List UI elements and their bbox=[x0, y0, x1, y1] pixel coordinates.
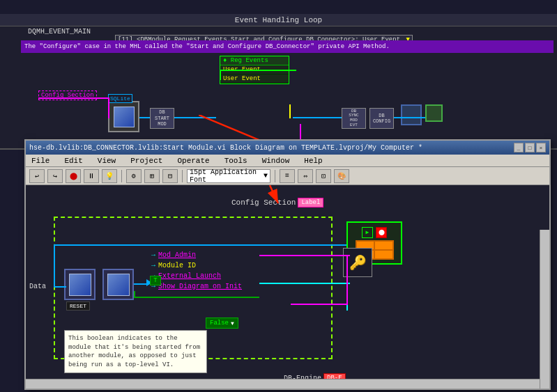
second-cube-block bbox=[102, 269, 134, 300]
false-dropdown-icon[interactable]: ▼ bbox=[231, 320, 234, 327]
sqlite-cube-icon bbox=[114, 107, 135, 127]
step-out-button[interactable]: ⊟ bbox=[162, 169, 178, 183]
bd-wire-pink1 bbox=[259, 255, 350, 256]
db-start-block: DB START MOD bbox=[150, 108, 174, 129]
false-indicator: False ▼ bbox=[206, 317, 238, 329]
wire-green-h1 bbox=[220, 70, 296, 71]
wire-h2 bbox=[174, 117, 216, 118]
left-cube-block bbox=[64, 269, 96, 300]
mod-admin-label: Mod Admin bbox=[158, 251, 196, 259]
menu-view[interactable]: View bbox=[96, 156, 118, 166]
bd-wire-h3 bbox=[54, 286, 66, 288]
module-id-arrow-icon: → bbox=[151, 262, 155, 269]
color-button[interactable]: 🎨 bbox=[334, 169, 349, 183]
maximize-button[interactable]: □ bbox=[525, 143, 535, 152]
mod-admin-row: → Mod Admin bbox=[151, 251, 259, 259]
dqmh-label: DQMH_EVENT_MAIN bbox=[28, 28, 91, 36]
undo-button[interactable]: ↩ bbox=[29, 169, 45, 183]
top-right-block2 bbox=[425, 104, 443, 122]
bd-wire-h2 bbox=[312, 244, 346, 246]
config-section-container: Config Section Label bbox=[231, 198, 323, 207]
external-launch-row: → External Launch bbox=[151, 272, 259, 280]
menu-file[interactable]: File bbox=[29, 156, 52, 166]
left-cube-icon bbox=[69, 274, 91, 296]
db-config-block: DB CONFIG bbox=[369, 108, 394, 129]
toolbar-sep3 bbox=[275, 170, 275, 182]
sqlite-label: SQLite bbox=[108, 94, 132, 103]
top-diagram-area: Event Handling Loop DQMH_EVENT_MAIN [11]… bbox=[0, 14, 557, 150]
menu-edit[interactable]: Edit bbox=[62, 156, 84, 166]
toolbar-sep2 bbox=[182, 170, 183, 182]
main-window: hse-db.lvlib:DB_CONNECTOR.lvlib:Start Mo… bbox=[24, 139, 551, 390]
data-label: Data bbox=[29, 283, 46, 290]
wire-h1 bbox=[139, 117, 150, 118]
reset-label: RESET bbox=[66, 301, 90, 311]
wire-h4 bbox=[394, 117, 425, 118]
close-button[interactable]: × bbox=[536, 143, 546, 152]
pause-button[interactable]: ⏸ bbox=[84, 169, 99, 183]
config-section-badge: Label bbox=[298, 198, 323, 207]
module-id-label: Module ID bbox=[158, 262, 196, 269]
wire-h3 bbox=[293, 117, 342, 118]
top-right-block1 bbox=[401, 104, 422, 125]
redo-button[interactable]: ↪ bbox=[47, 169, 63, 183]
true-indicator: T bbox=[150, 276, 161, 285]
menu-help[interactable]: Help bbox=[302, 156, 324, 166]
wire-green-v1 bbox=[220, 70, 221, 80]
toolbar: ↩ ↪ ⬤ ⏸ 💡 ⚙ ⊞ ⊟ 15pt Application Font ▼ … bbox=[26, 167, 549, 185]
event-loop-banner: Event Handling Loop bbox=[0, 14, 557, 26]
resize-button[interactable]: ⊡ bbox=[316, 169, 331, 183]
menu-window[interactable]: Window bbox=[260, 156, 292, 166]
bd-wire-h1 bbox=[54, 244, 312, 246]
menu-project[interactable]: Project bbox=[128, 156, 165, 166]
grid-cell-4 bbox=[374, 250, 393, 259]
show-diagram-label: Show Diagram on Init bbox=[158, 283, 242, 290]
sqlite-block bbox=[108, 101, 139, 132]
bd-wire-pink-v1 bbox=[346, 255, 348, 304]
reg-events-row2: User Event bbox=[220, 75, 289, 84]
menubar: File Edit View Project Operate Tools Win… bbox=[26, 155, 549, 167]
menu-tools[interactable]: Tools bbox=[222, 156, 250, 166]
bd-wire-green1 bbox=[134, 297, 259, 298]
panel-items: → Mod Admin → Module ID → External Launc… bbox=[151, 251, 259, 293]
block-diagram-area: Config Section Label ▶ ⬤ bbox=[26, 185, 549, 389]
bd-wire-cyan1 bbox=[259, 283, 350, 284]
minimize-button[interactable]: _ bbox=[514, 143, 524, 152]
play-button[interactable]: ▶ bbox=[362, 227, 373, 238]
distribute-button[interactable]: ⇔ bbox=[298, 169, 313, 183]
wire-pink-v1 bbox=[108, 97, 109, 118]
highlight-button[interactable]: 💡 bbox=[102, 169, 117, 183]
scrollbar-vertical[interactable] bbox=[540, 230, 549, 389]
stop-button[interactable]: ⬤ bbox=[66, 169, 81, 183]
show-diagram-row: → Show Diagram on Init bbox=[151, 283, 259, 290]
module-id-row: → Module ID bbox=[151, 262, 259, 269]
db-sync-block: DBSYNCMODEVT bbox=[342, 108, 366, 129]
grid-cell-2 bbox=[374, 241, 393, 250]
second-cube-icon bbox=[107, 274, 130, 296]
purple-header-bar: The "Configure" case in the MHL called t… bbox=[21, 40, 554, 53]
play-controls: ▶ ⬤ bbox=[362, 227, 387, 238]
step-over-button[interactable]: ⊞ bbox=[144, 169, 160, 183]
scrollbar-horizontal[interactable] bbox=[26, 379, 540, 389]
menu-operate[interactable]: Operate bbox=[175, 156, 211, 166]
font-selector[interactable]: 15pt Application Font ▼ bbox=[187, 169, 270, 183]
window-titlebar: hse-db.lvlib:DB_CONNECTOR.lvlib:Start Mo… bbox=[26, 141, 549, 155]
config-section-text: Config Section bbox=[231, 198, 296, 207]
align-button[interactable]: ≡ bbox=[280, 169, 295, 183]
titlebar-controls: _ □ × bbox=[514, 143, 546, 152]
step-into-button[interactable]: ⚙ bbox=[126, 169, 142, 183]
bd-wire-pink2 bbox=[291, 304, 348, 305]
bd-wire-v1 bbox=[54, 244, 55, 286]
wire-yellow-v1 bbox=[289, 104, 291, 118]
external-launch-label: External Launch bbox=[158, 272, 221, 280]
event-loop-title: Event Handling Loop bbox=[235, 16, 322, 24]
stop-vi-button[interactable]: ⬤ bbox=[376, 227, 387, 238]
bd-wire-green-v1 bbox=[134, 291, 135, 298]
toolbar-sep1 bbox=[121, 170, 122, 182]
wire-pink1 bbox=[38, 97, 108, 99]
reg-events-header: ♦ Reg Events bbox=[220, 56, 289, 65]
window-title: hse-db.lvlib:DB_CONNECTOR.lvlib:Start Mo… bbox=[29, 144, 422, 152]
boolean-tooltip: This boolean indicates to the module tha… bbox=[64, 330, 207, 373]
mod-admin-arrow-icon: → bbox=[151, 251, 155, 259]
